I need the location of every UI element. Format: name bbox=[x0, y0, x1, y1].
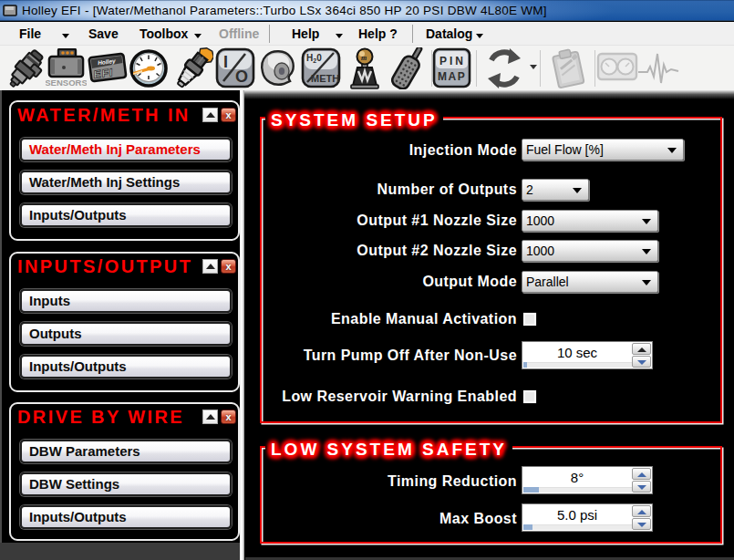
svg-text:PIN: PIN bbox=[439, 55, 466, 67]
svg-text:MAP: MAP bbox=[438, 70, 466, 83]
svg-text:I: I bbox=[223, 53, 228, 71]
svg-text:METH: METH bbox=[311, 73, 339, 84]
svg-text:SENSORS: SENSORS bbox=[46, 78, 87, 88]
svg-text:m: m bbox=[361, 54, 367, 62]
svg-text:EFI: EFI bbox=[94, 66, 114, 81]
svg-text:O: O bbox=[235, 67, 248, 86]
